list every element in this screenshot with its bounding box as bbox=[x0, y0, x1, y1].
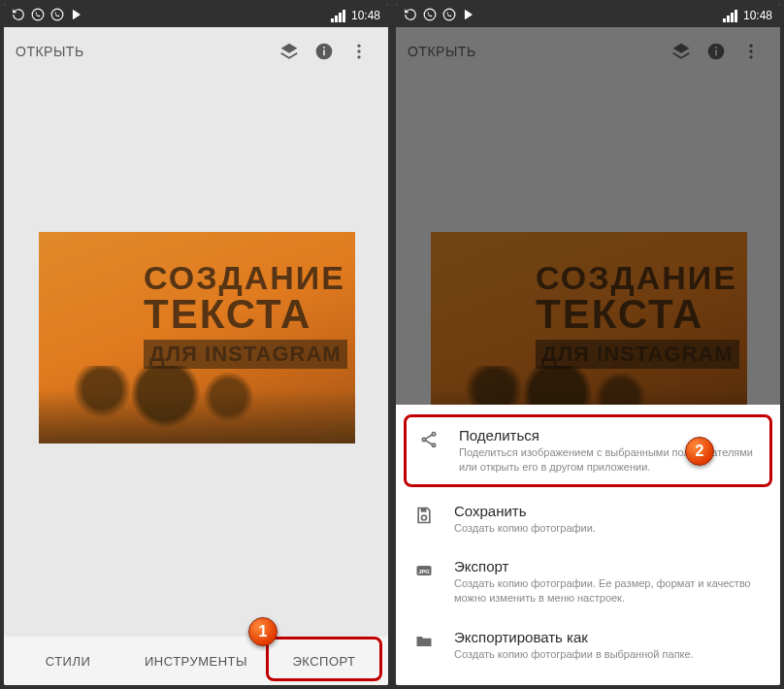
viber-icon bbox=[31, 8, 45, 24]
status-bar: 10:48 bbox=[396, 4, 780, 27]
sheet-item-title: Поделиться bbox=[459, 427, 758, 443]
status-clock: 10:48 bbox=[351, 9, 380, 22]
tab-styles[interactable]: СТИЛИ bbox=[4, 637, 132, 685]
screenshot-right: 10:48 ОТКРЫТЬ СОЗДАНИЕ ТЕКСТА ДЛЯ INSTAG… bbox=[396, 4, 780, 685]
sheet-item-export-as[interactable]: Экспортировать как Создать копию фотогра… bbox=[396, 617, 780, 673]
svg-point-20 bbox=[422, 515, 427, 520]
sheet-item-share[interactable]: Поделиться Поделиться изображением с выб… bbox=[404, 414, 772, 487]
svg-text:JPG: JPG bbox=[418, 569, 430, 574]
layers-icon[interactable] bbox=[272, 34, 307, 69]
svg-rect-3 bbox=[323, 49, 325, 55]
refresh-icon bbox=[12, 8, 25, 24]
folder-icon bbox=[413, 631, 435, 652]
viber-icon bbox=[423, 8, 437, 24]
sheet-item-desc: Создать копию фотографии. bbox=[454, 521, 763, 536]
sheet-item-export[interactable]: JPG Экспорт Создать копию фотографии. Ее… bbox=[396, 546, 780, 617]
sheet-item-save[interactable]: Сохранить Создать копию фотографии. bbox=[396, 491, 780, 547]
refresh-icon bbox=[404, 8, 417, 24]
svg-point-8 bbox=[424, 9, 436, 20]
svg-point-5 bbox=[357, 45, 360, 48]
svg-rect-4 bbox=[323, 47, 325, 49]
play-icon bbox=[70, 8, 83, 24]
image-text-overlay: СОЗДАНИЕ ТЕКСТА ДЛЯ INSTAGRAM bbox=[144, 259, 347, 369]
svg-point-18 bbox=[432, 443, 435, 446]
signal-icon bbox=[723, 10, 737, 22]
sheet-item-title: Экспортировать как bbox=[454, 629, 763, 645]
svg-point-1 bbox=[51, 9, 63, 20]
viber-icon bbox=[442, 8, 456, 24]
svg-rect-19 bbox=[421, 508, 427, 511]
svg-point-6 bbox=[357, 49, 360, 52]
export-bottom-sheet: Поделиться Поделиться изображением с выб… bbox=[396, 405, 780, 685]
svg-point-7 bbox=[357, 55, 360, 58]
screenshot-left: 10:48 ОТКРЫТЬ СОЗДАНИЕ ТЕКСТА ДЛЯ INSTAG… bbox=[4, 4, 388, 685]
svg-point-17 bbox=[422, 438, 425, 441]
edited-image[interactable]: СОЗДАНИЕ ТЕКСТА ДЛЯ INSTAGRAM bbox=[39, 232, 355, 443]
status-bar: 10:48 bbox=[4, 4, 388, 27]
tab-export[interactable]: ЭКСПОРТ bbox=[260, 637, 388, 685]
overflow-icon[interactable] bbox=[342, 34, 376, 69]
save-icon bbox=[413, 505, 435, 526]
sheet-item-title: Экспорт bbox=[454, 558, 763, 574]
signal-icon bbox=[331, 10, 345, 22]
svg-point-9 bbox=[443, 9, 455, 20]
bottom-tabs: СТИЛИ ИНСТРУМЕНТЫ ЭКСПОРТ bbox=[4, 637, 388, 685]
sheet-item-desc: Создать копию фотографии в выбранной пап… bbox=[454, 647, 763, 662]
svg-point-16 bbox=[432, 432, 435, 435]
sheet-item-title: Сохранить bbox=[454, 503, 763, 519]
app-bar: ОТКРЫТЬ bbox=[4, 27, 388, 76]
open-button[interactable]: ОТКРЫТЬ bbox=[16, 44, 272, 59]
play-icon bbox=[462, 8, 475, 24]
sheet-item-desc: Создать копию фотографии. Ее размер, фор… bbox=[454, 576, 763, 606]
jpg-icon: JPG bbox=[413, 560, 435, 581]
svg-point-0 bbox=[32, 9, 44, 20]
share-icon bbox=[418, 429, 440, 450]
tab-tools[interactable]: ИНСТРУМЕНТЫ bbox=[132, 637, 260, 685]
info-icon[interactable] bbox=[307, 34, 342, 69]
sheet-item-desc: Поделиться изображением с выбранными пол… bbox=[459, 445, 758, 475]
status-clock: 10:48 bbox=[743, 9, 772, 22]
viber-icon bbox=[50, 8, 64, 24]
